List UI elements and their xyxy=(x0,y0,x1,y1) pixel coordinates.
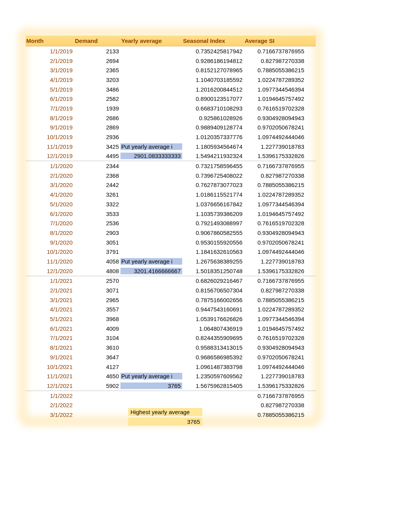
table-row: 1/1/202023440.73217585964550.71667378769… xyxy=(25,161,316,171)
header-seasonal-index: Seasonal Index xyxy=(182,37,244,44)
cell-month: 5/1/2020 xyxy=(25,201,74,207)
cell-month: 9/1/2020 xyxy=(25,239,74,246)
cell-average-si: 1.0974492444046 xyxy=(244,248,306,255)
cell-average-si: 0.7885055386215 xyxy=(244,411,306,418)
cell-seasonal-index: 1.1040703185592 xyxy=(182,76,244,83)
table-row: 10/1/201929361.01203573377761.0974492444… xyxy=(25,132,316,142)
highest-yearly-average-label: Highest yearly average xyxy=(128,408,202,416)
cell-average-si: 1.0974492444046 xyxy=(244,364,306,370)
cell-month: 1/1/2022 xyxy=(25,393,74,399)
table-row: 7/1/202025360.79214930889970.76165197023… xyxy=(25,218,316,228)
cell-average-si: 0.7885055386215 xyxy=(244,67,306,73)
cell-yearly-average: 3201.4166666667 xyxy=(120,268,182,274)
cell-average-si: 0.9702050678241 xyxy=(244,239,306,246)
cell-demand: 2903 xyxy=(74,229,120,236)
cell-seasonal-index: 1.0961487383798 xyxy=(182,364,244,370)
cell-average-si: 1.0977344546394 xyxy=(244,86,306,93)
cell-yearly-average: Put yearly average i xyxy=(120,258,182,265)
cell-demand: 2686 xyxy=(74,115,120,121)
cell-month: 12/1/2021 xyxy=(25,382,74,389)
cell-demand: 2536 xyxy=(74,220,120,226)
cell-average-si: 0.9304928094943 xyxy=(244,344,306,351)
cell-demand: 5902 xyxy=(74,382,120,389)
cell-month: 9/1/2021 xyxy=(25,354,74,360)
cell-average-si: 0.827987270338 xyxy=(244,287,306,294)
cell-month: 7/1/2020 xyxy=(25,220,74,226)
cell-month: 4/1/2019 xyxy=(25,76,74,83)
cell-demand: 3203 xyxy=(74,76,120,83)
cell-seasonal-index: 0.9889409128774 xyxy=(182,124,244,131)
cell-average-si: 0.9304928094943 xyxy=(244,115,306,121)
cell-average-si: 0.9304928094943 xyxy=(244,229,306,236)
table-row: 1/1/201921330.73524258179420.71667378769… xyxy=(25,46,316,56)
cell-yearly-average: Put yearly average i xyxy=(120,373,182,379)
cell-seasonal-index: 0.6683710108293 xyxy=(182,105,244,112)
cell-demand: 3647 xyxy=(74,354,120,360)
cell-average-si: 1.0224787289352 xyxy=(244,76,306,83)
cell-month: 7/1/2021 xyxy=(25,335,74,341)
cell-seasonal-index: 0.9447543160691 xyxy=(182,306,244,313)
table-row: 1/1/202125700.68260292164670.71667378769… xyxy=(25,276,316,286)
cell-seasonal-index: 1.1841632610563 xyxy=(182,248,244,255)
cell-seasonal-index: 0.9067860582555 xyxy=(182,229,244,236)
table-row: 5/1/201934861.20162008445121.09773445463… xyxy=(25,85,316,94)
cell-seasonal-index: 0.7321758596455 xyxy=(182,163,244,169)
cell-seasonal-index: 0.7627873077023 xyxy=(182,182,244,188)
table-row: 3/1/202129650.78751660026560.78850553862… xyxy=(25,295,316,305)
cell-demand: 2344 xyxy=(74,163,120,169)
cell-month: 3/1/2020 xyxy=(25,182,74,188)
cell-month: 2/1/2020 xyxy=(25,172,74,179)
table-row: 3/1/202024420.76278730770230.78850553862… xyxy=(25,180,316,190)
table-row: 1/1/20220.7166737876955 xyxy=(25,391,316,401)
cell-average-si: 1.0194645757492 xyxy=(244,95,306,102)
cell-seasonal-index: 0.9286186194812 xyxy=(182,58,244,64)
cell-average-si: 0.7166737876955 xyxy=(244,48,306,54)
cell-demand: 2582 xyxy=(74,95,120,102)
table-row: 11/1/20214650Put yearly average i1.23505… xyxy=(25,371,316,381)
cell-demand: 4808 xyxy=(74,268,120,274)
highest-yearly-average-block: Highest yearly average 3765 xyxy=(128,408,205,426)
seasonal-index-table: Month Demand Yearly average Seasonal Ind… xyxy=(25,36,316,420)
header-month: Month xyxy=(25,37,74,44)
cell-seasonal-index: 1.064807436919 xyxy=(182,325,244,332)
cell-seasonal-index: 0.7396725408022 xyxy=(182,172,244,179)
cell-average-si: 0.7616519702328 xyxy=(244,105,306,112)
cell-average-si: 0.827987270338 xyxy=(244,402,306,408)
cell-average-si: 1.0977344546394 xyxy=(244,201,306,207)
highest-yearly-average-value: 3765 xyxy=(128,418,202,426)
cell-seasonal-index: 1.5494211932324 xyxy=(182,153,244,159)
cell-demand: 3425 xyxy=(74,143,120,150)
cell-average-si: 1.5396175332826 xyxy=(244,268,306,274)
cell-seasonal-index: 0.8900123517077 xyxy=(182,95,244,102)
cell-average-si: 1.0224787289352 xyxy=(244,191,306,198)
cell-demand: 2365 xyxy=(74,67,120,73)
table-row: 5/1/202033221.03766561678421.09773445463… xyxy=(25,199,316,209)
table-row: 7/1/202131040.82443559096950.76165197023… xyxy=(25,333,316,343)
cell-month: 12/1/2020 xyxy=(25,268,74,274)
cell-average-si: 0.9702050678241 xyxy=(244,354,306,360)
cell-average-si: 1.227739018783 xyxy=(244,373,306,379)
cell-month: 4/1/2020 xyxy=(25,191,74,198)
cell-month: 10/1/2019 xyxy=(25,134,74,140)
cell-demand: 3968 xyxy=(74,316,120,322)
cell-average-si: 0.7166737876955 xyxy=(244,277,306,284)
table-row: 11/1/20204058Put yearly average i1.26756… xyxy=(25,257,316,266)
table-row: 7/1/201919390.66837101082930.76165197023… xyxy=(25,104,316,113)
table-row: 6/1/202035331.10357393862091.01946457574… xyxy=(25,209,316,219)
cell-month: 3/1/2021 xyxy=(25,297,74,303)
table-row: 2/1/201926940.92861861948120.82798727033… xyxy=(25,56,316,66)
cell-month: 10/1/2020 xyxy=(25,248,74,255)
cell-demand: 4058 xyxy=(74,258,120,265)
cell-average-si: 1.5396175332826 xyxy=(244,382,306,389)
cell-seasonal-index: 1.1805934564674 xyxy=(182,143,244,150)
cell-average-si: 0.7885055386215 xyxy=(244,297,306,303)
table-row: 10/1/202141271.09614873837981.0974492444… xyxy=(25,362,316,372)
cell-seasonal-index: 0.9530155920556 xyxy=(182,239,244,246)
cell-average-si: 1.227739018783 xyxy=(244,258,306,265)
table-row: 12/1/202048083201.41666666671.5018351250… xyxy=(25,266,316,276)
cell-month: 11/1/2019 xyxy=(25,143,74,150)
cell-demand: 2869 xyxy=(74,124,120,131)
cell-demand: 3486 xyxy=(74,86,120,93)
cell-month: 3/1/2022 xyxy=(25,411,74,418)
header-demand: Demand xyxy=(74,37,120,44)
